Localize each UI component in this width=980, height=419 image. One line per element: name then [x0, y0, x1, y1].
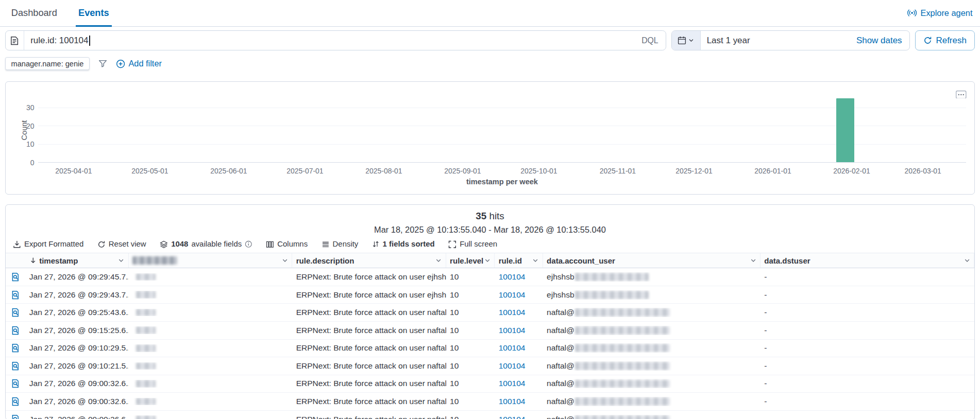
table-cell-rule-level: 10 [446, 272, 495, 282]
filter-bar: manager.name: genie Add filter [5, 56, 975, 71]
table-cell-account-user: ejhshsb [543, 272, 761, 282]
chevron-down-icon[interactable] [750, 257, 756, 264]
table-cell-expand [6, 324, 26, 336]
top-tab-bar: Dashboard Events Explore agent [0, 0, 980, 27]
hits-label: hits [489, 211, 504, 221]
table-cell-dstuser: - [761, 379, 974, 388]
show-dates-button[interactable]: Show dates [856, 31, 909, 50]
column-header-label: data.dstuser [764, 256, 810, 265]
explore-agent-button[interactable]: Explore agent [907, 8, 972, 18]
table-cell-rule-id: 100104 [495, 415, 543, 419]
chevron-down-icon[interactable] [484, 257, 491, 264]
explore-agent-label: Explore agent [920, 8, 972, 18]
table-cell-rule-level: 10 [446, 290, 495, 300]
inspect-document-button[interactable] [10, 289, 22, 301]
rule-id-link[interactable]: 100104 [499, 361, 526, 371]
chevron-down-icon[interactable] [282, 257, 288, 264]
inspect-document-button[interactable] [10, 271, 22, 283]
chevron-down-icon[interactable] [964, 257, 970, 264]
density-button[interactable]: Density [322, 240, 359, 248]
table-row: Jan 27, 2026 @ 09:15:25.6...ERPNext: Bru… [6, 322, 975, 340]
table-cell-agent [129, 344, 293, 352]
tab-events[interactable]: Events [75, 0, 113, 27]
table-cell-rule-level: 10 [446, 361, 495, 371]
query-input[interactable]: rule.id: 100104 [24, 31, 634, 50]
results-panel: 35 hits Mar 18, 2025 @ 10:13:55.040 - Ma… [5, 204, 975, 419]
x-axis-tick-label: 2025-08-01 [365, 167, 402, 175]
inspect-document-button[interactable] [10, 342, 22, 354]
column-header-content: timestamp [29, 256, 78, 265]
rule-id-link[interactable]: 100104 [499, 343, 526, 353]
chevron-down-icon[interactable] [532, 257, 538, 264]
refresh-button[interactable]: Refresh [915, 30, 975, 50]
data-grid-header: timestamprule.descriptionrule.levelrule.… [6, 253, 975, 268]
rule-id-link[interactable]: 100104 [499, 415, 526, 419]
columns-button[interactable]: Columns [266, 240, 308, 248]
redacted-value [136, 344, 156, 352]
rule-id-link[interactable]: 100104 [499, 290, 526, 300]
column-header-rule-description[interactable]: rule.description [292, 253, 446, 268]
inspect-document-button[interactable] [10, 360, 22, 372]
export-formatted-button[interactable]: Export Formatted [13, 240, 83, 248]
reset-view-button[interactable]: Reset view [97, 240, 146, 248]
y-axis-tick-label: 10 [10, 140, 34, 149]
time-range-value[interactable]: Last 1 year [701, 31, 856, 50]
column-header-label: rule.level [450, 256, 483, 265]
column-header-agent[interactable] [129, 253, 293, 268]
rule-id-link[interactable]: 100104 [499, 308, 526, 317]
column-header-expand [6, 253, 26, 268]
table-cell-dstuser: - [761, 397, 974, 406]
hits-date-range: Mar 18, 2025 @ 10:13:55.040 - Mar 18, 20… [6, 225, 975, 235]
x-axis-tick-label: 2025-07-01 [286, 167, 323, 175]
table-cell-expand [6, 289, 26, 301]
rule-id-link[interactable]: 100104 [499, 379, 526, 388]
inspect-document-button[interactable] [10, 324, 22, 336]
table-cell-rule-description: ERPNext: Brute force attack on user naft… [292, 326, 446, 335]
table-cell-account-user: naftal@ [543, 361, 761, 371]
rule-id-link[interactable]: 100104 [499, 397, 526, 406]
tab-dashboard[interactable]: Dashboard [8, 0, 61, 27]
column-header-timestamp[interactable]: timestamp [26, 253, 129, 268]
redacted-value [575, 380, 670, 388]
saved-queries-button[interactable] [6, 31, 24, 50]
x-axis-tick-label: 2025-11-01 [600, 167, 636, 175]
inspect-document-button[interactable] [10, 395, 22, 407]
chevron-down-icon[interactable] [435, 257, 442, 264]
inspect-document-button[interactable] [10, 307, 22, 319]
table-cell-expand [6, 307, 26, 319]
chart-gridline [38, 144, 966, 145]
table-cell-rule-level: 10 [446, 343, 495, 353]
filter-options-icon[interactable] [98, 59, 107, 68]
inspect-document-button[interactable] [10, 413, 22, 419]
chevron-down-icon[interactable] [118, 257, 124, 264]
column-header-rule-level[interactable]: rule.level [446, 253, 495, 268]
fullscreen-icon [448, 240, 457, 249]
column-header-rule-id[interactable]: rule.id [495, 253, 543, 268]
x-axis-tick-label: 2025-05-01 [131, 167, 168, 175]
available-fields-button[interactable]: 1048 available fields [160, 240, 252, 248]
redacted-value [575, 291, 649, 299]
full-screen-button[interactable]: Full screen [448, 240, 497, 248]
inspect-document-button[interactable] [10, 378, 22, 390]
filter-pill[interactable]: manager.name: genie [5, 57, 90, 70]
plus-circle-icon [116, 59, 125, 68]
table-row: Jan 27, 2026 @ 09:10:29.5...ERPNext: Bru… [6, 340, 975, 358]
column-header-dstuser[interactable]: data.dstuser [761, 253, 974, 268]
add-filter-button[interactable]: Add filter [116, 59, 162, 68]
redacted-value [136, 326, 156, 334]
download-icon [13, 240, 21, 249]
quick-select-button[interactable] [672, 31, 701, 50]
rule-id-link[interactable]: 100104 [499, 326, 526, 335]
column-header-account-user[interactable]: data.account_user [543, 253, 761, 268]
histogram-panel: Count 01020302025-04-012025-05-012025-06… [5, 81, 975, 195]
table-cell-timestamp: Jan 27, 2026 @ 09:00:32.6... [26, 397, 129, 406]
table-cell-dstuser: - [761, 308, 974, 317]
query-language-button[interactable]: DQL [634, 31, 666, 50]
panel-options-icon[interactable] [956, 91, 967, 99]
sorted-fields-button[interactable]: 1 fields sorted [372, 240, 435, 248]
table-cell-rule-level: 10 [446, 379, 495, 388]
histogram-bar[interactable] [836, 98, 854, 162]
redacted-value [136, 273, 156, 281]
table-cell-rule-id: 100104 [495, 308, 543, 317]
rule-id-link[interactable]: 100104 [499, 272, 526, 282]
